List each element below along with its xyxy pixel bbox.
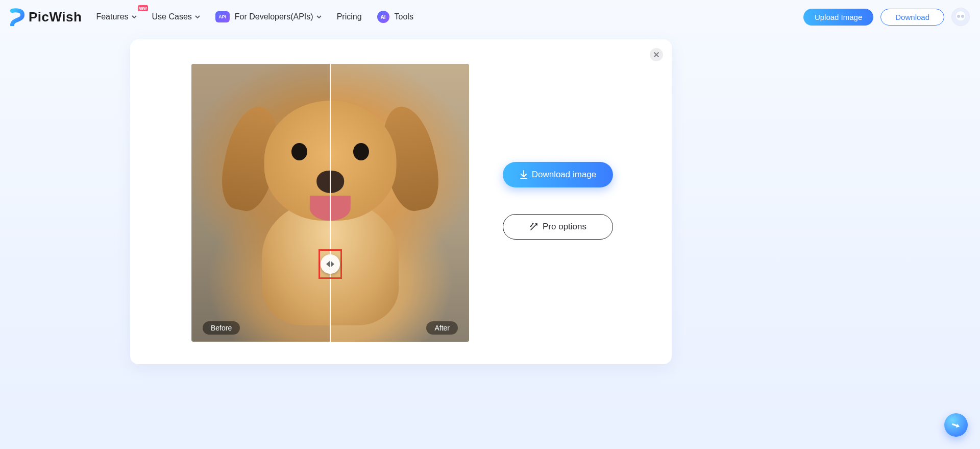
compare-divider — [330, 64, 331, 342]
nav-tools[interactable]: AI Tools — [377, 11, 413, 23]
download-image-button[interactable]: Download image — [503, 162, 613, 187]
compare-viewer: Before After — [191, 64, 469, 342]
nav-use-cases-label: Use Cases — [152, 12, 192, 21]
download-image-label: Download image — [532, 170, 597, 180]
arrow-left-icon — [326, 261, 330, 267]
after-label: After — [426, 321, 458, 335]
api-badge-icon: API — [215, 11, 230, 22]
pro-options-button[interactable]: Pro options — [503, 214, 613, 240]
magic-wand-icon — [529, 222, 538, 231]
header-bar: PicWish Features NEW Use Cases API For D… — [0, 0, 980, 34]
arrow-right-icon — [331, 261, 334, 267]
nav-features[interactable]: Features NEW — [96, 12, 136, 21]
result-card: Before After Download image Pro options — [130, 39, 672, 364]
brand-name: PicWish — [29, 9, 82, 25]
user-avatar[interactable] — [951, 8, 970, 26]
assistant-fab[interactable] — [944, 413, 968, 437]
nav-tools-label: Tools — [395, 12, 413, 21]
upload-image-button[interactable]: Upload Image — [803, 9, 873, 26]
chevron-down-icon — [195, 14, 200, 19]
chevron-down-icon — [316, 14, 322, 19]
new-badge: NEW — [138, 5, 148, 11]
result-actions: Download image Pro options — [503, 162, 613, 240]
close-icon — [653, 52, 659, 58]
header-actions: Upload Image Download — [803, 8, 970, 26]
pro-options-label: Pro options — [543, 222, 586, 232]
compare-slider-handle[interactable] — [321, 254, 340, 274]
brand-logo-icon — [10, 8, 24, 26]
nav-use-cases[interactable]: Use Cases — [152, 12, 200, 21]
main-nav: Features NEW Use Cases API For Developer… — [96, 11, 413, 23]
download-icon — [520, 170, 528, 179]
chevron-down-icon — [132, 14, 137, 19]
nav-features-label: Features — [96, 12, 128, 21]
nav-for-developers-label: For Developers(APIs) — [235, 12, 313, 21]
ai-badge-icon: AI — [377, 11, 389, 23]
before-label: Before — [203, 321, 240, 335]
download-app-button[interactable]: Download — [880, 9, 944, 26]
nav-pricing-label: Pricing — [337, 12, 362, 21]
close-button[interactable] — [650, 48, 663, 61]
nav-for-developers[interactable]: API For Developers(APIs) — [215, 11, 322, 22]
brand-logo[interactable]: PicWish — [10, 8, 82, 26]
nav-pricing[interactable]: Pricing — [337, 12, 362, 21]
